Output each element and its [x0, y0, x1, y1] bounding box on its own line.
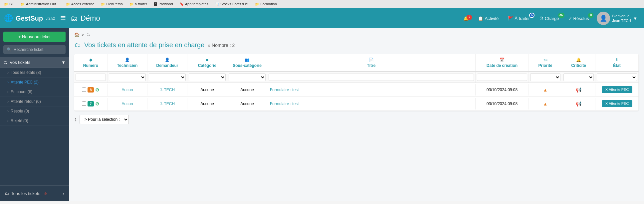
filter-titre-input[interactable]	[269, 74, 474, 81]
sidebar-item-tous-etats[interactable]: › Tous les états (8)	[0, 68, 69, 78]
hamburger-menu[interactable]: ☰	[60, 15, 66, 22]
sidebar-item-attente-pec[interactable]: › Attente PEC (2)	[0, 78, 69, 87]
warning-icon: ⚠	[44, 191, 48, 196]
a-traiter-button[interactable]: 🚩 À traiter 6	[504, 14, 534, 23]
tickets-icon: 🗂	[86, 32, 91, 37]
filter-criticite-select[interactable]	[563, 73, 594, 81]
td-technicien-2: Aucun	[107, 98, 147, 109]
etat-icon: ℹ	[616, 58, 618, 62]
filter-numero	[74, 72, 107, 83]
sous-categorie-icon: 👥	[245, 58, 250, 62]
check-icon: ✓	[568, 16, 572, 21]
charge-button[interactable]: ⏱ Charge 6h	[535, 14, 563, 23]
table-header: ◆ Numéro 👤 Technicien 👤 Demandeur ■ Caté…	[74, 54, 639, 72]
notifications-button[interactable]: 🔔 2	[459, 14, 473, 23]
app-bar: 🌐 GestSup 3.2.52 ☰ 🗂 Démo 🔔 2 📋 Activité…	[0, 8, 644, 28]
folder-icon: 📁	[255, 2, 259, 6]
col-date[interactable]: 📅 Date de création	[476, 54, 529, 71]
app-logo: 🌐 GestSup 3.2.52 ☰	[4, 14, 71, 23]
td-date-1: 03/10/2024 09:08	[476, 84, 529, 96]
filter-categorie-select[interactable]	[189, 73, 226, 81]
td-numero-2: 7 ⚙	[74, 98, 107, 110]
filter-sous-categorie	[227, 72, 267, 83]
td-titre-2: Formulaire : test	[267, 98, 476, 109]
col-titre[interactable]: 📄 Titre	[267, 54, 476, 71]
sidebar-item-tous-tickets[interactable]: 🗂 Tous les tickets ⚠ ‹	[3, 189, 66, 198]
filter-technicien-select[interactable]	[109, 73, 146, 81]
row-checkbox-2[interactable]	[82, 102, 86, 106]
filter-etat-select[interactable]	[597, 73, 637, 81]
col-technicien[interactable]: 👤 Technicien	[107, 54, 147, 71]
folder-icon: 📁	[129, 2, 133, 6]
td-numero-1: 8 ⚙	[74, 84, 107, 96]
filter-technicien	[107, 72, 147, 83]
ticket-icon: 🗂	[3, 60, 8, 65]
selection-dropdown[interactable]: > Pour la sélection :	[80, 115, 129, 124]
sidebar-item-vos-tickets[interactable]: 🗂 Vos tickets ▼	[0, 57, 69, 68]
priority-triangle-icon-2: ▲	[543, 101, 548, 106]
date-icon: 📅	[500, 58, 505, 62]
ticket-number-badge-2[interactable]: 7	[88, 101, 94, 106]
resolus-button[interactable]: ✓ Résolus 0	[564, 14, 593, 23]
filter-sous-categorie-select[interactable]	[229, 73, 266, 81]
logo-icon: 🌐	[4, 14, 13, 23]
arrow-right-icon: ›	[7, 80, 9, 85]
filter-numero-input[interactable]	[76, 74, 106, 81]
title-icon: 🗂	[71, 14, 78, 23]
browser-tab-bar: 📁 BT 📁 Administration Out... 📁 Accès ext…	[0, 0, 644, 8]
row-checkbox-1[interactable]	[82, 88, 86, 92]
tab-traiter[interactable]: 📁 a traiter	[128, 1, 148, 7]
flag-icon: 🚩	[508, 16, 513, 21]
col-numero[interactable]: ◆ Numéro	[74, 54, 107, 71]
chevron-left-icon: ‹	[63, 191, 64, 196]
col-demandeur[interactable]: 👤 Demandeur	[147, 54, 187, 71]
sidebar-item-rejete[interactable]: › Rejeté (0)	[0, 116, 69, 126]
sidebar-item-en-cours[interactable]: › En cours (6)	[0, 87, 69, 97]
tab-admin[interactable]: 📁 Administration Out...	[19, 1, 61, 7]
home-icon[interactable]: 🏠	[74, 32, 80, 37]
search-box[interactable]: 🔍 Recherche ticket	[3, 45, 66, 54]
etat-button-1[interactable]: ✕ Attente PEC	[602, 86, 632, 93]
col-priorite[interactable]: ↑≡ Priorité	[529, 54, 562, 71]
tab-app-templates[interactable]: 🔖 App templates	[178, 1, 210, 7]
search-icon: 🔍	[7, 47, 12, 52]
td-categorie-2: Aucune	[187, 98, 227, 109]
col-etat[interactable]: ℹ État	[595, 54, 639, 71]
criticite-icon: 🔔	[576, 58, 581, 62]
col-criticite[interactable]: 🔔 Criticité	[562, 54, 595, 71]
arrow-right-icon: ›	[7, 109, 9, 113]
tab-formation[interactable]: 📁 Formation	[254, 1, 278, 7]
filter-row	[74, 72, 639, 83]
titre-icon: 📄	[369, 58, 374, 62]
col-sous-categorie[interactable]: 👥 Sous-catégorie	[227, 54, 267, 71]
chevron-down-icon: ▼	[61, 60, 66, 65]
gear-icon-2: ⚙	[95, 101, 100, 106]
td-criticite-1: 📢	[562, 84, 595, 96]
new-ticket-button[interactable]: + Nouveau ticket	[3, 32, 66, 42]
etat-button-2[interactable]: ✕ Attente PEC	[602, 100, 632, 107]
clock-icon: ⏱	[539, 16, 543, 21]
tab-prowood[interactable]: 🅰 Prowood	[152, 1, 174, 7]
td-criticite-2: 📢	[562, 98, 595, 110]
sidebar-item-attente-retour[interactable]: › Attente retour (0)	[0, 97, 69, 106]
folder-icon: 📁	[21, 2, 25, 6]
tab-stocks[interactable]: 📊 Stocks Forêt d ici	[214, 1, 250, 7]
filter-titre	[267, 72, 476, 83]
filter-date	[476, 72, 529, 83]
col-categorie[interactable]: ■ Catégorie	[187, 54, 227, 71]
gear-icon-1: ⚙	[95, 87, 100, 93]
tab-bt[interactable]: 📁 BT	[3, 1, 15, 7]
filter-priorite-select[interactable]	[530, 73, 560, 81]
tab-acces[interactable]: 📁 Accès externe	[65, 1, 96, 7]
td-titre-1: Formulaire : test	[267, 84, 476, 96]
arrow-right-icon: ›	[7, 99, 9, 104]
filter-date-input[interactable]	[477, 74, 527, 81]
user-menu[interactable]: 👤 Bienvenue, Jean TECH ▼	[594, 10, 640, 26]
sidebar-item-resolu[interactable]: › Résolu (0)	[0, 106, 69, 116]
ticket-number-badge-1[interactable]: 8	[88, 87, 94, 93]
filter-demandeur-select[interactable]	[149, 73, 186, 81]
td-date-2: 03/10/2024 09:08	[476, 98, 529, 109]
filter-criticite	[562, 72, 595, 83]
tab-lienperso[interactable]: 📁 LienPerso	[100, 1, 124, 7]
activity-button[interactable]: 📋 Activité	[474, 14, 503, 23]
